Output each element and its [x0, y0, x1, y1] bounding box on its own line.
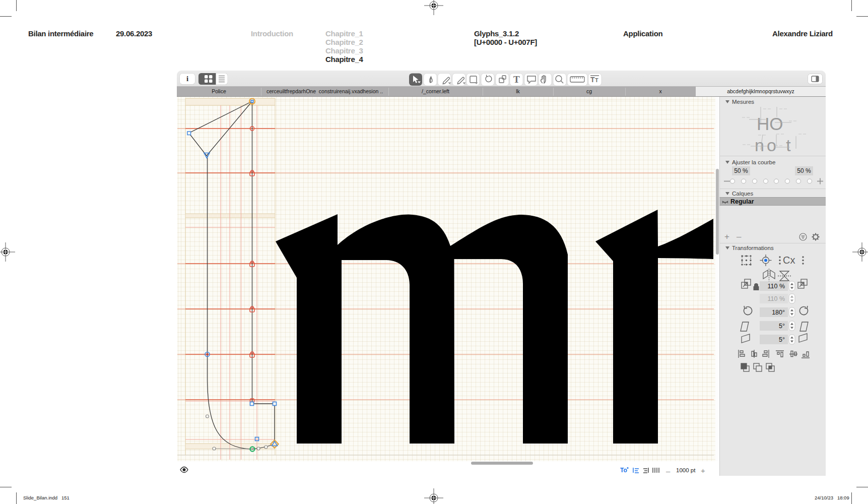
svg-text:5°: 5° [779, 336, 785, 343]
svg-text:T: T [513, 74, 520, 85]
svg-text:110 %: 110 % [767, 283, 785, 290]
svg-text:T: T [590, 76, 595, 84]
svg-text:no t: no t [755, 136, 793, 155]
svg-text:T: T [595, 77, 598, 83]
svg-text:5°: 5° [779, 323, 785, 330]
svg-text:180°: 180° [772, 309, 785, 316]
svg-text:Cx: Cx [783, 255, 795, 266]
svg-text:To: To [620, 467, 627, 473]
svg-text:110 %: 110 % [767, 295, 785, 302]
